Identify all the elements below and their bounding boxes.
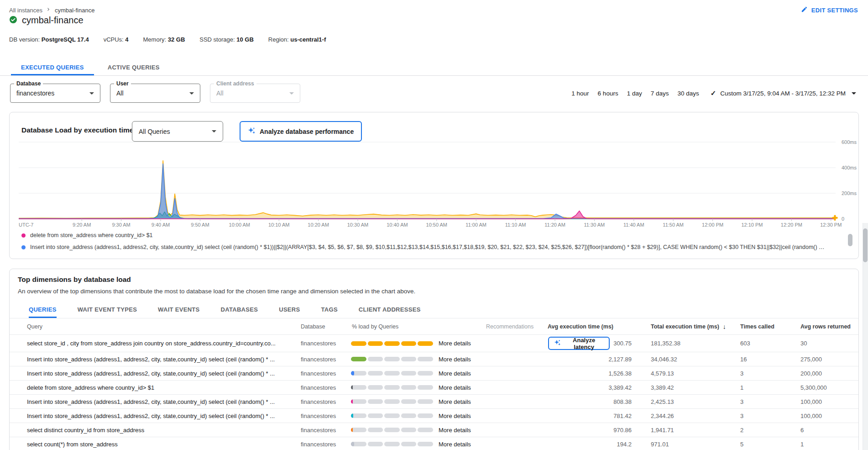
column-header-times-called[interactable]: Times called (727, 323, 787, 330)
avg-exec-cell: 808.38 (544, 398, 637, 405)
dimension-tab-wait-event-types[interactable]: WAIT EVENT TYPES (78, 302, 137, 318)
avg-rows-cell: 100,000 (787, 413, 858, 419)
query-cell: select count(*) from store_address (10, 441, 292, 448)
table-row[interactable]: select count(*) from store_addressfinanc… (10, 437, 858, 450)
more-details-link[interactable]: More details (439, 340, 471, 347)
load-bar (351, 399, 433, 404)
more-details-link[interactable]: More details (439, 427, 471, 434)
filter-database[interactable]: Databasefinancestores (10, 84, 100, 103)
column-header-total-execution-time-ms[interactable]: Total execution time (ms)↓ (637, 323, 727, 330)
instance-info: DB version: PostgreSQL 17.4vCPUs: 4Memor… (9, 36, 326, 43)
avg-exec-cell: Analyze latency300.75 (544, 337, 637, 350)
table-row[interactable]: select store_id , city from store_addres… (10, 335, 858, 352)
svg-text:11:00 AM: 11:00 AM (465, 222, 486, 228)
dimension-tab-client-addresses[interactable]: CLIENT ADDRESSES (359, 302, 421, 318)
breadcrumb: All instances cymbal-finance (9, 6, 94, 14)
times-called-cell: 1 (727, 384, 787, 391)
svg-text:12:10 PM: 12:10 PM (741, 222, 763, 228)
chevron-down-icon (89, 92, 94, 95)
avg-rows-cell: 1 (787, 441, 858, 448)
more-details-link[interactable]: More details (439, 398, 471, 405)
svg-text:UTC-7: UTC-7 (19, 222, 33, 228)
svg-text:10:20 AM: 10:20 AM (308, 222, 329, 228)
avg-rows-cell: 200,000 (787, 370, 858, 377)
healthy-check-icon (9, 16, 17, 26)
more-details-link[interactable]: More details (439, 370, 471, 377)
query-cell: Insert into store_address (address1, add… (10, 356, 292, 363)
column-header-avg-execution-time-ms[interactable]: Avg execution time (ms) (544, 323, 637, 330)
time-option-1-hour[interactable]: 1 hour (570, 90, 590, 97)
page-tabs: EXECUTED QUERIESACTIVE QUERIES (0, 61, 868, 76)
svg-text:10:00 AM: 10:00 AM (229, 222, 250, 228)
avg-rows-cell: 100,000 (787, 398, 858, 405)
page-scrollbar-thumb[interactable] (863, 228, 868, 262)
query-cell: Insert into store_address (address1, add… (10, 370, 292, 377)
legend-item[interactable]: delete from store_address where country_… (21, 232, 826, 238)
total-exec-cell: 4,579.13 (637, 370, 727, 377)
load-bar (351, 385, 433, 390)
load-bar (351, 357, 433, 361)
column-header-query[interactable]: Query (10, 323, 292, 330)
chart-legend: delete from store_address where country_… (21, 232, 826, 250)
filter-user[interactable]: UserAll (110, 84, 200, 103)
dimension-tab-databases[interactable]: DATABASES (221, 302, 258, 318)
more-details-link[interactable]: More details (439, 384, 471, 391)
avg-rows-cell: 275,000 (787, 356, 858, 363)
dimension-tab-users[interactable]: USERS (279, 302, 300, 318)
dimension-tab-tags[interactable]: TAGS (321, 302, 338, 318)
column-header-load-by-queries[interactable]: % load by Queries (346, 323, 484, 330)
instance-title-row: cymbal-finance (9, 15, 84, 26)
custom-time-range[interactable]: ✓ Custom 3/17/25, 9:04 AM - 3/17/25, 12:… (711, 89, 856, 97)
table-row[interactable]: Insert into store_address (address1, add… (10, 395, 858, 409)
table-row[interactable]: select distinct country_id from store_ad… (10, 423, 858, 437)
svg-text:9:30 AM: 9:30 AM (112, 222, 130, 228)
avg-exec-cell: 781.42 (544, 413, 637, 419)
load-cell: More details (346, 370, 484, 377)
time-option-6-hours[interactable]: 6 hours (597, 90, 619, 97)
table-row[interactable]: Insert into store_address (address1, add… (10, 352, 858, 366)
breadcrumb-current: cymbal-finance (55, 7, 94, 14)
filters-row: DatabasefinancestoresUserAllClient addre… (10, 84, 300, 103)
more-details-link[interactable]: More details (439, 356, 471, 363)
database-cell: financestores (292, 384, 346, 391)
avg-exec-cell: 3,389.42 (544, 384, 637, 391)
chart-title: Database Load by execution time (21, 126, 134, 134)
info-item: SSD storage: 10 GB (199, 36, 254, 43)
svg-text:10:50 AM: 10:50 AM (426, 222, 447, 228)
time-option-7-days[interactable]: 7 days (650, 90, 670, 97)
table-row[interactable]: Insert into store_address (address1, add… (10, 366, 858, 381)
database-cell: financestores (292, 441, 346, 448)
column-header-recommendations[interactable]: Recommendations (484, 323, 544, 330)
dimension-tab-wait-events[interactable]: WAIT EVENTS (158, 302, 199, 318)
table-row[interactable]: Insert into store_address (address1, add… (10, 409, 858, 423)
legend-scrollbar[interactable] (848, 234, 852, 246)
more-details-link[interactable]: More details (439, 441, 471, 448)
svg-text:400ms: 400ms (842, 165, 857, 170)
dimension-tab-queries[interactable]: QUERIES (29, 302, 57, 318)
info-item: Memory: 32 GB (143, 36, 185, 43)
sort-desc-icon[interactable]: ↓ (723, 323, 726, 330)
legend-item[interactable]: Insert into store_address (address1, add… (21, 244, 826, 250)
total-exec-cell: 34,046.32 (637, 356, 727, 363)
tab-active-queries[interactable]: ACTIVE QUERIES (98, 61, 170, 75)
column-header-avg-rows-returned[interactable]: Avg rows returned (787, 323, 858, 330)
total-exec-cell: 971.01 (637, 441, 727, 448)
tab-executed-queries[interactable]: EXECUTED QUERIES (11, 61, 94, 75)
edit-settings-button[interactable]: EDIT SETTINGS (801, 6, 858, 14)
time-option-30-days[interactable]: 30 days (676, 90, 700, 97)
load-cell: More details (346, 427, 484, 434)
load-chart[interactable]: 9:20 AM9:30 AM9:40 AM9:50 AM10:00 AM10:1… (16, 137, 861, 228)
top-dimensions-subtitle: An overview of the top dimensions that c… (18, 288, 415, 295)
time-option-1-day[interactable]: 1 day (626, 90, 643, 97)
load-cell: More details (346, 413, 484, 419)
breadcrumb-all-instances[interactable]: All instances (9, 7, 42, 14)
total-exec-cell: 181,352.38 (637, 340, 727, 347)
table-row[interactable]: delete from store_address where country_… (10, 381, 858, 395)
column-header-database[interactable]: Database (292, 323, 346, 330)
top-dimensions-title: Top dimensions by database load (18, 275, 131, 284)
more-details-link[interactable]: More details (439, 413, 471, 419)
analyze-latency-button[interactable]: Analyze latency (548, 337, 610, 350)
times-called-cell: 2 (727, 427, 787, 434)
query-cell: select store_id , city from store_addres… (10, 340, 292, 347)
chevron-down-icon (289, 92, 294, 95)
